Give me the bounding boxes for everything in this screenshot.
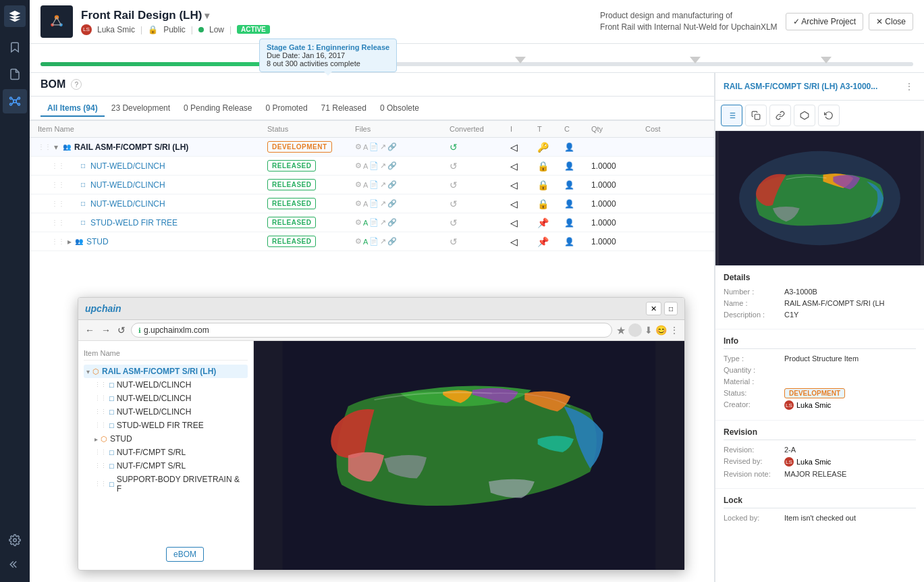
tree-item-name: NUT-F/CMPT S/RL: [117, 461, 186, 471]
right-panel-header: RAIL ASM-F/COMPT S/RI (LH) A3-1000... ⋮: [715, 73, 924, 101]
browser-tree-item[interactable]: ⋮⋮ □ STUD-WELD FIR TREE: [84, 419, 248, 432]
t-cell: 🔒: [537, 199, 564, 209]
browser-tree-item[interactable]: ⋮⋮ □ NUT-F/CMPT S/RL: [84, 459, 248, 473]
tree-item-name: NUT-WELD/CLINCH: [117, 407, 192, 417]
quantity-value: [784, 366, 916, 374]
desc-line1: Product design and manufacturing of: [600, 10, 778, 22]
sidebar-icon-assembly[interactable]: [3, 89, 27, 113]
browser-tree-item[interactable]: ⋮⋮ □ NUT-WELD/CLINCH: [84, 392, 248, 405]
drag-handle[interactable]: ⋮⋮: [51, 181, 65, 188]
tab-development[interactable]: 23 Development: [105, 101, 177, 117]
panel-copy-btn[interactable]: [745, 105, 767, 126]
archive-button[interactable]: ✓ Archive Project: [786, 13, 863, 30]
tab-pending-release[interactable]: 0 Pending Release: [177, 101, 259, 117]
c-cell: 👤: [564, 180, 591, 190]
drag-handle[interactable]: ⋮⋮: [51, 219, 65, 226]
item-name-text: STUD: [86, 237, 109, 246]
name-value: RAIL ASM-F/COMPT S/RI (LH: [784, 299, 916, 307]
info-title: Info: [724, 336, 916, 349]
browser-popup: upchain ✕ □ ← → ↺ ℹ g.upchainxlm.com ★ ⬇…: [78, 297, 685, 571]
status-dot: [198, 27, 204, 32]
browser-maximize-btn[interactable]: □: [664, 302, 678, 315]
item-name-cell[interactable]: ⋮⋮ □ NUT-WELD/CLINCH: [38, 199, 267, 209]
material-row: Material :: [724, 377, 916, 386]
help-icon[interactable]: ?: [71, 79, 82, 90]
expand-btn[interactable]: ▸: [67, 237, 72, 246]
tab-promoted[interactable]: 0 Promoted: [259, 101, 315, 117]
part-icon: □: [78, 218, 88, 228]
sidebar-icon-docs[interactable]: [3, 62, 27, 86]
browser-forward-btn[interactable]: →: [100, 325, 112, 336]
browser-close-btn[interactable]: ✕: [646, 302, 661, 315]
stage-gate-progress: 8 out 300 activities complete: [267, 59, 389, 68]
revision-value: 2-A: [784, 446, 916, 454]
converted-cell: ↺: [450, 199, 510, 209]
ebon-button[interactable]: eBOM: [166, 547, 204, 562]
status-badge: RELEASED: [267, 179, 316, 190]
sidebar-icon-expand[interactable]: [3, 552, 27, 577]
sidebar-icon-bookmark[interactable]: [3, 35, 27, 59]
drag-handle[interactable]: ⋮⋮: [38, 143, 51, 151]
table-row[interactable]: ⋮⋮ □ NUT-WELD/CLINCH RELEASED ⚙ A 📄 ↗ 🔗: [30, 194, 714, 213]
close-button[interactable]: ✕ Close: [869, 13, 913, 30]
item-name-text: NUT-WELD/CLINCH: [90, 199, 165, 209]
browser-url-bar[interactable]: ℹ g.upchainxlm.com: [131, 323, 612, 338]
star-icon[interactable]: ★: [616, 324, 626, 337]
table-row[interactable]: ⋮⋮ ▸ 👥 STUD RELEASED ⚙ A 📄 ↗ 🔗: [30, 232, 714, 251]
browser-tree-item[interactable]: ▸ ⬡ STUD: [84, 432, 248, 446]
drag-handle[interactable]: ⋮⋮: [51, 200, 65, 207]
svg-line-13: [53, 18, 57, 25]
panel-history-btn[interactable]: [818, 105, 840, 126]
item-name-cell[interactable]: ⋮⋮ ▾ 👥 RAIL ASM-F/COMPT S/RI (LH): [38, 142, 267, 152]
item-name-cell[interactable]: ⋮⋮ □ NUT-WELD/CLINCH: [38, 161, 267, 171]
table-row[interactable]: ⋮⋮ □ NUT-WELD/CLINCH RELEASED ⚙ A 📄 ↗ 🔗: [30, 157, 714, 176]
c-cell: 👤: [564, 142, 591, 152]
emoji-icon[interactable]: 😊: [655, 325, 667, 336]
lock-title: Lock: [724, 496, 916, 508]
download-icon[interactable]: ⬇: [645, 325, 653, 336]
panel-3d-btn[interactable]: [794, 105, 815, 126]
i-cell: ◁: [510, 180, 537, 190]
type-row: Type : Product Structure Item: [724, 354, 916, 363]
browser-refresh-btn[interactable]: ↺: [116, 325, 127, 336]
panel-link-btn[interactable]: [769, 105, 791, 126]
expand-btn[interactable]: ▸: [94, 435, 98, 443]
menu-icon[interactable]: ⋮: [670, 325, 679, 336]
3d-preview: [715, 131, 924, 266]
quantity-label: Quantity :: [724, 366, 784, 374]
tab-all-items[interactable]: All Items (94): [40, 101, 105, 117]
item-name-cell[interactable]: ⋮⋮ □ STUD-WELD FIR TREE: [38, 218, 267, 228]
sidebar-icon-settings[interactable]: [3, 528, 27, 552]
panel-menu-button[interactable]: ⋮: [902, 80, 916, 93]
item-name-cell[interactable]: ⋮⋮ ▸ 👥 STUD: [38, 237, 267, 246]
part-icon: □: [109, 462, 114, 470]
t-cell: 🔒: [537, 180, 564, 190]
browser-tree-item[interactable]: ⋮⋮ □ NUT-F/CMPT S/RL: [84, 446, 248, 459]
table-row[interactable]: ⋮⋮ ▾ 👥 RAIL ASM-F/COMPT S/RI (LH) DEVELO…: [30, 138, 714, 157]
browser-tree-item[interactable]: ⋮⋮ □ NUT-WELD/CLINCH: [84, 405, 248, 419]
item-name-cell[interactable]: ⋮⋮ □ NUT-WELD/CLINCH: [38, 180, 267, 190]
drag-handle[interactable]: ⋮⋮: [51, 162, 65, 169]
details-section: Details Number : A3-1000B Name : RAIL AS…: [715, 266, 924, 329]
table-row[interactable]: ⋮⋮ □ STUD-WELD FIR TREE RELEASED ⚙ A 📄 ↗…: [30, 213, 714, 232]
tree-item-name: RAIL ASM-F/COMPT S/RI (LH): [102, 367, 216, 376]
chevron-icon[interactable]: ▾: [205, 10, 209, 21]
revised-by-row: Revised by: LS Luka Smic: [724, 457, 916, 467]
tab-released[interactable]: 71 Released: [315, 101, 373, 117]
panel-list-btn[interactable]: [721, 105, 742, 126]
browser-back-btn[interactable]: ←: [84, 325, 96, 336]
browser-tree-item[interactable]: ▾ ⬡ RAIL ASM-F/COMPT S/RI (LH): [84, 365, 248, 378]
col-converted: Converted: [450, 125, 510, 133]
browser-tree-item[interactable]: ⋮⋮ □ SUPPORT-BODY DRIVETRAIN & F: [84, 473, 248, 496]
expand-btn[interactable]: ▾: [86, 368, 90, 375]
tab-obsolete[interactable]: 0 Obsolete: [373, 101, 426, 117]
status-label: Status:: [724, 389, 784, 397]
drag-handle[interactable]: ⋮⋮: [51, 238, 65, 245]
c-cell: 👤: [564, 199, 591, 209]
i-cell: ◁: [510, 161, 537, 171]
i-cell: ◁: [510, 236, 537, 247]
progress-area: Stage Gate 1: Enginnering Release Due Da…: [30, 44, 924, 73]
browser-tree-item[interactable]: ⋮⋮ □ NUT-WELD/CLINCH: [84, 378, 248, 392]
table-row[interactable]: ⋮⋮ □ NUT-WELD/CLINCH RELEASED ⚙ A 📄 ↗ 🔗: [30, 176, 714, 194]
expand-btn[interactable]: ▾: [54, 142, 58, 152]
